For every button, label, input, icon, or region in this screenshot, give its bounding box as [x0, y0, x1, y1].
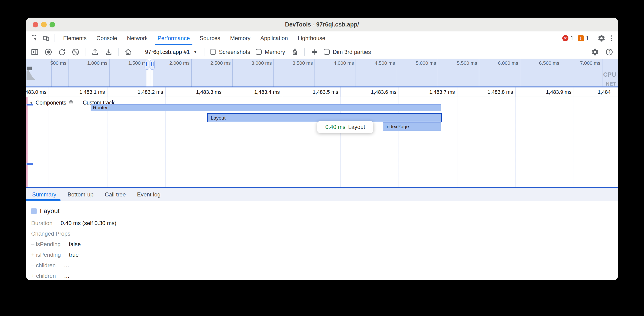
ruler-tick: 1,483.4 ms [224, 89, 280, 95]
overview-tick: 5,000 ms [401, 60, 436, 66]
ruler-tick: 1,483.8 ms [457, 89, 513, 95]
tab-application[interactable]: Application [255, 31, 293, 45]
devtools-window: DevTools - 97r6ql.csb.app/ Elements Cons… [26, 17, 618, 280]
tab-console[interactable]: Console [92, 31, 122, 45]
tab-network[interactable]: Network [122, 31, 152, 45]
performance-toolbar: 97r6ql.csb.app #1 ▼ Screenshots Memory D… [26, 45, 618, 59]
screenshots-checkbox[interactable]: Screenshots [210, 49, 250, 55]
checkbox-box [324, 49, 330, 55]
tooltip-duration: 0.40 ms [325, 124, 345, 130]
tab-sources[interactable]: Sources [195, 31, 225, 45]
overview-tick: 5,500 ms [442, 60, 477, 66]
tab-event-log[interactable]: Event log [132, 188, 166, 201]
tab-bottom-up[interactable]: Bottom-up [62, 188, 99, 201]
overview-tick: 6,500 ms [524, 60, 559, 66]
capture-settings-gear-icon[interactable] [591, 48, 599, 56]
ruler-tick: 1,483.9 ms [515, 89, 572, 95]
summary-row: – isPending false [31, 241, 618, 248]
inspect-element-icon[interactable] [31, 34, 38, 42]
collapse-triangle-icon[interactable]: ▼ [29, 101, 33, 105]
memory-checkbox[interactable]: Memory [256, 49, 285, 55]
live-metrics-home-icon[interactable] [124, 48, 132, 56]
summary-row-label: + children [31, 273, 56, 279]
overview-tick: 2,000 ms [154, 60, 190, 66]
ruler-tick: 1,483.7 ms [398, 89, 455, 95]
settings-gear-icon[interactable] [598, 34, 606, 42]
tab-summary[interactable]: Summary [26, 188, 62, 201]
device-toolbar-icon[interactable] [42, 34, 50, 42]
overview-tick: 1,000 ms [72, 60, 108, 66]
divider [85, 48, 86, 56]
help-icon[interactable]: ? [605, 48, 613, 56]
tab-call-tree[interactable]: Call tree [99, 188, 131, 201]
checkbox-box [210, 49, 216, 55]
tab-memory[interactable]: Memory [225, 31, 256, 45]
summary-row-value: false [69, 241, 81, 247]
more-options-kebab-icon[interactable] [610, 34, 613, 42]
overview-tick: 500 ms [31, 60, 66, 66]
track-bottom-separator [26, 154, 618, 154]
memory-label: Memory [265, 49, 285, 55]
flame-chart[interactable]: ▼ Components — Custom track Router Layou… [26, 97, 618, 188]
net-lane-label: NET [606, 81, 616, 87]
tab-elements[interactable]: Elements [58, 31, 92, 45]
flame-bar-router[interactable]: Router [90, 104, 441, 111]
summary-row: + children … [31, 273, 618, 279]
checkbox-box [256, 49, 262, 55]
window-title: DevTools - 97r6ql.csb.app/ [26, 21, 618, 28]
target-selector-value: 97r6ql.csb.app #1 [145, 49, 190, 55]
issues-badge[interactable]: ! 1 [578, 35, 589, 41]
screenshot-thumbnail [27, 67, 32, 70]
toggle-sidebar-icon[interactable] [31, 48, 39, 56]
summary-row-value: … [64, 273, 70, 279]
target-selector-dropdown[interactable]: 97r6ql.csb.app #1 ▼ [144, 49, 198, 55]
devtools-tab-bar: Elements Console Network Performance Sou… [26, 31, 618, 45]
summary-row-label: – isPending [31, 241, 60, 247]
cpu-lane-label: CPU [603, 71, 616, 78]
issues-count: 1 [586, 35, 589, 41]
timeline-overview[interactable]: 500 ms 1,000 ms 1,500 ms 2,000 ms 2,500 … [26, 59, 618, 87]
dim-3rd-parties-checkbox[interactable]: Dim 3rd parties [324, 49, 371, 55]
issues-icon: ! [578, 35, 584, 41]
cpu-net-separator [26, 80, 618, 80]
event-color-swatch [31, 208, 36, 214]
chevron-down-icon: ▼ [194, 50, 197, 54]
overview-tick: 7,000 ms [565, 60, 600, 66]
range-dash-bottom [26, 163, 32, 165]
save-profile-icon[interactable] [105, 48, 113, 56]
summary-title-row: Layout [31, 207, 618, 215]
track-title: Components [36, 100, 66, 106]
error-count: 1 [570, 35, 573, 41]
ruler-tick: 1,483.0 ms [26, 89, 46, 95]
load-profile-icon[interactable] [91, 48, 99, 56]
overview-tick: 4,500 ms [360, 60, 395, 66]
record-icon[interactable] [44, 48, 52, 56]
range-handle-left[interactable] [144, 59, 150, 70]
summary-row-value: true [69, 252, 78, 258]
collect-garbage-icon[interactable] [291, 48, 299, 56]
divider [585, 48, 585, 56]
divider [138, 48, 138, 56]
summary-row-value: 0.40 ms (self 0.30 ms) [60, 220, 116, 226]
record-and-reload-icon[interactable] [58, 48, 66, 56]
flame-bottom-line [26, 187, 618, 188]
bar-label: Layout [211, 115, 226, 121]
tab-lighthouse[interactable]: Lighthouse [293, 31, 330, 45]
summary-row-label: + isPending [31, 252, 61, 258]
flame-bar-indexpage[interactable]: IndexPage [383, 122, 441, 131]
ruler-tick: 1,483.6 ms [340, 89, 396, 95]
svg-text:?: ? [608, 50, 611, 54]
error-icon: ✕ [562, 35, 568, 41]
detail-time-ruler[interactable]: 1,483.0 ms 1,483.1 ms 1,483.2 ms 1,483.3… [26, 87, 618, 97]
marker-line [26, 97, 28, 188]
collapse-tracks-icon[interactable] [310, 48, 318, 56]
tab-performance[interactable]: Performance [152, 31, 194, 45]
divider [593, 34, 593, 42]
overview-tick: 6,000 ms [483, 60, 518, 66]
error-badge[interactable]: ✕ 1 [562, 35, 573, 41]
range-handle-right[interactable] [150, 59, 155, 70]
summary-panel: Layout Duration 0.40 ms (self 0.30 ms) C… [26, 201, 618, 280]
summary-row-value: … [64, 262, 70, 268]
clear-icon[interactable] [72, 48, 80, 56]
summary-row-label: Changed Props [31, 230, 70, 237]
